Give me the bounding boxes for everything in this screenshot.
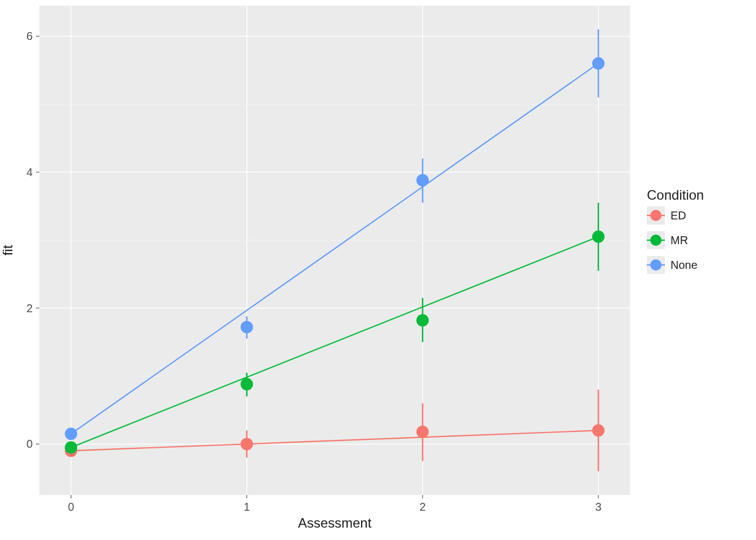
data-point [592, 57, 605, 70]
data-point [416, 426, 429, 438]
data-point [65, 441, 77, 453]
data-point [65, 428, 77, 440]
data-point [592, 424, 605, 436]
data-point [592, 231, 605, 243]
y-tick-label: 6 [26, 30, 33, 42]
x-tick-label: 0 [68, 501, 74, 513]
legend-key-point [650, 235, 662, 246]
data-point [241, 438, 253, 450]
y-tick-label: 0 [26, 438, 33, 450]
legend-items: EDMRNone [647, 206, 698, 274]
data-point [241, 378, 253, 390]
chart-svg: 0123 0246 Assessment fit Condition EDMRN… [0, 0, 756, 540]
chart-container: 0123 0246 Assessment fit Condition EDMRN… [0, 0, 756, 540]
plot-panel [39, 6, 630, 495]
legend-label: ED [670, 209, 686, 222]
x-tick-label: 2 [420, 501, 426, 513]
data-point [416, 174, 429, 187]
legend: Condition EDMRNone [647, 187, 704, 274]
y-axis-title: fit [0, 245, 15, 255]
legend-label: MR [670, 234, 688, 246]
legend-key-point [650, 259, 662, 271]
legend-label: None [670, 259, 698, 271]
x-axis-tick-labels: 0123 [68, 501, 602, 513]
y-tick-label: 2 [26, 302, 33, 314]
y-tick-label: 4 [26, 166, 33, 178]
x-axis-ticks [71, 495, 598, 498]
y-axis-ticks [36, 36, 39, 444]
data-point [241, 321, 253, 334]
x-tick-label: 3 [595, 501, 601, 513]
x-axis-title: Assessment [298, 515, 372, 530]
x-tick-label: 1 [244, 501, 250, 513]
y-axis-tick-labels: 0246 [26, 30, 33, 450]
data-point [416, 314, 429, 326]
legend-title: Condition [647, 187, 704, 202]
legend-key-point [650, 210, 662, 221]
